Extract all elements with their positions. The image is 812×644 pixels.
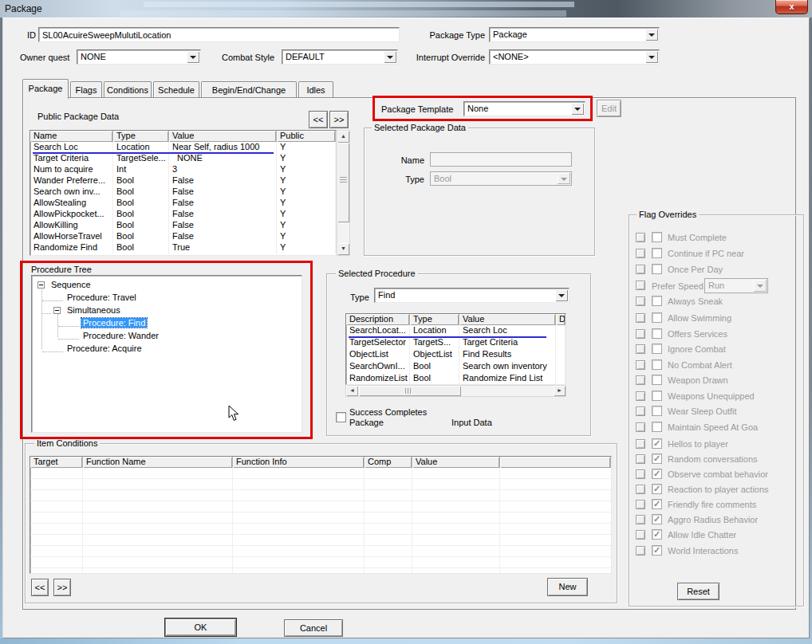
table-row[interactable]: ObjectListObjectListFind Results bbox=[346, 349, 566, 361]
flag-checkbox-aggro-radius-behavior[interactable] bbox=[652, 514, 662, 524]
table-row[interactable]: Search LocLocationNear Self, radius 1000… bbox=[30, 142, 336, 153]
tree-item-simultaneous[interactable]: Simultaneous bbox=[32, 304, 122, 317]
override-toggle-button[interactable] bbox=[636, 249, 645, 258]
prefer-speed-combo[interactable]: Run bbox=[704, 278, 768, 293]
window-titlebar[interactable]: Package x bbox=[0, 0, 812, 18]
flag-checkbox-allow-idle-chatter[interactable] bbox=[652, 529, 662, 540]
tree-item-procedure-acquire[interactable]: Procedure: Acquire bbox=[32, 343, 144, 355]
override-toggle-button[interactable] bbox=[636, 360, 645, 370]
success-completes-checkbox[interactable] bbox=[336, 412, 346, 422]
flag-checkbox-friendly-fire-comments[interactable] bbox=[652, 499, 662, 509]
table-row[interactable]: Num to acquireInt3Y bbox=[30, 164, 336, 175]
override-toggle-button[interactable] bbox=[636, 500, 645, 509]
flag-checkbox-reaction-to-player-actions[interactable] bbox=[652, 484, 662, 494]
tab-schedule[interactable]: Schedule bbox=[153, 81, 199, 99]
table-header[interactable]: Name Type Value Public bbox=[30, 131, 336, 142]
chevron-down-icon[interactable] bbox=[645, 29, 658, 41]
package-type-combo[interactable]: Package bbox=[489, 27, 660, 42]
procedure-table-hscrollbar[interactable]: ◄ ► bbox=[345, 385, 566, 397]
table-row[interactable]: AllowPickpocket...BoolFalseY bbox=[30, 209, 336, 220]
owner-quest-combo[interactable]: NONE bbox=[77, 49, 201, 65]
table-row[interactable]: AllowHorseTravelBoolFalseY bbox=[30, 231, 336, 242]
override-toggle-button[interactable] bbox=[636, 265, 645, 274]
table-row[interactable]: AllowKillingBoolFalseY bbox=[30, 220, 336, 231]
new-condition-button[interactable]: New bbox=[547, 578, 588, 596]
override-toggle-button[interactable] bbox=[636, 406, 645, 416]
flag-checkbox-hellos-to-player[interactable] bbox=[652, 438, 662, 449]
reset-button[interactable]: Reset bbox=[677, 583, 719, 600]
table-row[interactable]: Wander Preferre...BoolFalseY bbox=[30, 175, 336, 187]
cancel-button[interactable]: Cancel bbox=[284, 619, 343, 637]
id-input[interactable] bbox=[38, 27, 400, 42]
chevron-down-icon[interactable] bbox=[754, 280, 767, 292]
override-toggle-button[interactable] bbox=[636, 469, 645, 479]
table-row[interactable]: SearchLocat...LocationSearch Loc bbox=[346, 325, 566, 337]
table-row[interactable]: RandomizeListBoolRandomize Find List bbox=[346, 373, 566, 385]
tab-begin-end-change[interactable]: Begin/End/Change bbox=[201, 81, 297, 99]
close-button[interactable]: x bbox=[775, 0, 808, 14]
override-toggle-button[interactable] bbox=[636, 439, 645, 449]
scroll-left-icon[interactable]: ◄ bbox=[346, 386, 358, 396]
table-row[interactable]: AllowStealingBoolFalseY bbox=[30, 198, 336, 209]
override-toggle-button[interactable] bbox=[636, 344, 645, 354]
conditions-next-button[interactable]: >> bbox=[53, 579, 71, 596]
scroll-right-icon[interactable]: ► bbox=[554, 386, 566, 396]
override-toggle-button[interactable] bbox=[636, 515, 645, 524]
tab-package[interactable]: Package bbox=[22, 79, 69, 99]
selected-procedure-table[interactable]: Description Type Value De SearchLocat...… bbox=[345, 313, 566, 385]
tree-item-procedure-find[interactable]: Procedure: Find bbox=[32, 317, 147, 330]
flag-checkbox-always-sneak[interactable] bbox=[652, 296, 662, 306]
edit-button[interactable]: Edit bbox=[597, 100, 621, 117]
flag-checkbox-ignore-combat[interactable] bbox=[652, 344, 662, 354]
override-toggle-button[interactable] bbox=[636, 485, 645, 494]
tab-conditions[interactable]: Conditions bbox=[104, 81, 152, 99]
procedure-type-combo[interactable]: Find bbox=[374, 288, 570, 303]
table-row[interactable]: TargetSelectorTargetS...Target Criteria bbox=[346, 337, 566, 349]
chevron-down-icon[interactable] bbox=[187, 51, 199, 63]
table-header[interactable]: Target Function Name Function Info Comp … bbox=[30, 457, 611, 468]
override-toggle-button[interactable] bbox=[636, 454, 645, 464]
ok-button[interactable]: OK bbox=[164, 618, 237, 637]
flag-checkbox-once-per-day[interactable] bbox=[652, 264, 662, 274]
collapse-icon[interactable] bbox=[37, 281, 45, 289]
flag-checkbox-offers-services[interactable] bbox=[652, 328, 662, 339]
item-conditions-table[interactable]: Target Function Name Function Info Comp … bbox=[30, 456, 612, 574]
table-row[interactable]: Target CriteriaTargetSele...NONEY bbox=[30, 153, 336, 164]
collapse-icon[interactable] bbox=[53, 307, 61, 314]
scrollbar-thumb[interactable] bbox=[337, 143, 349, 222]
flag-checkbox-no-combat-alert[interactable] bbox=[652, 359, 662, 370]
tab-idles[interactable]: Idles bbox=[298, 81, 333, 99]
scroll-down-icon[interactable]: ▼ bbox=[337, 243, 349, 255]
tree-item-procedure-travel[interactable]: Procedure: Travel bbox=[32, 292, 138, 304]
flag-checkbox-random-conversations[interactable] bbox=[652, 454, 662, 464]
override-toggle-button[interactable] bbox=[636, 375, 645, 385]
table-row[interactable]: Randomize FindBoolTrueY bbox=[30, 242, 336, 253]
table-header[interactable]: Description Type Value De bbox=[346, 314, 566, 325]
override-toggle-button[interactable] bbox=[636, 391, 645, 401]
chevron-down-icon[interactable] bbox=[645, 51, 658, 63]
package-template-combo[interactable]: None bbox=[463, 101, 585, 116]
scrollbar-thumb[interactable] bbox=[359, 386, 461, 396]
next-page-button[interactable]: >> bbox=[329, 111, 349, 128]
override-toggle-button[interactable] bbox=[636, 546, 645, 556]
name-input[interactable] bbox=[430, 152, 572, 167]
flag-checkbox-observe-combat-behavior[interactable] bbox=[652, 469, 662, 479]
flag-checkbox-must-complete[interactable] bbox=[652, 232, 662, 242]
override-toggle-button[interactable] bbox=[636, 281, 645, 290]
chevron-down-icon[interactable] bbox=[555, 289, 568, 301]
tab-flags[interactable]: Flags bbox=[70, 81, 102, 99]
override-toggle-button[interactable] bbox=[636, 313, 645, 323]
flag-checkbox-allow-swimming[interactable] bbox=[652, 312, 662, 323]
interrupt-override-combo[interactable]: <NONE> bbox=[489, 49, 660, 65]
tree-item-procedure-wander[interactable]: Procedure: Wander bbox=[32, 330, 160, 343]
flag-checkbox-weapon-drawn[interactable] bbox=[652, 375, 662, 385]
public-package-data-table[interactable]: Name Type Value Public Search LocLocatio… bbox=[30, 130, 337, 256]
flag-checkbox-continue-if-pc-near[interactable] bbox=[652, 248, 662, 258]
chevron-down-icon[interactable] bbox=[558, 173, 570, 184]
table-row[interactable]: Search own inv...BoolFalseY bbox=[30, 187, 336, 198]
chevron-down-icon[interactable] bbox=[571, 103, 584, 115]
override-toggle-button[interactable] bbox=[636, 233, 645, 242]
scroll-up-icon[interactable]: ▲ bbox=[337, 131, 349, 143]
flag-checkbox-wear-sleep-outfit[interactable] bbox=[652, 406, 662, 416]
override-toggle-button[interactable] bbox=[636, 530, 645, 540]
